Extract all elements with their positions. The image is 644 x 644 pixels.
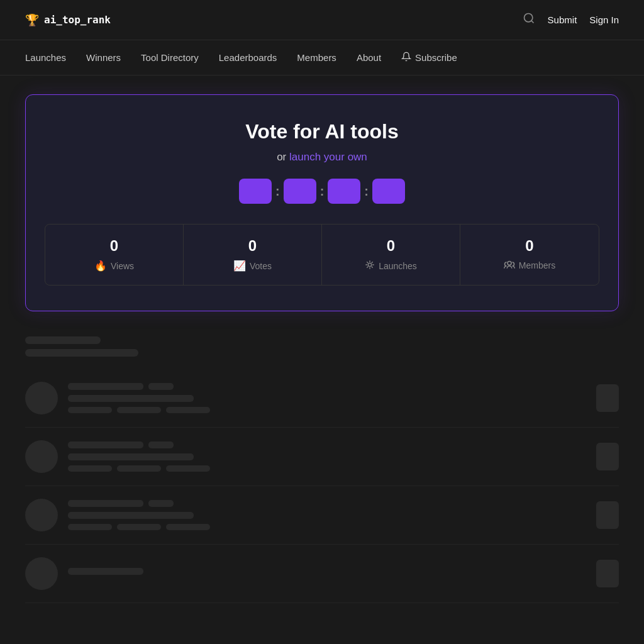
subscribe-label: Subscribe	[415, 52, 457, 63]
logo-text: ai_top_rank	[44, 14, 111, 26]
nav-item-members[interactable]: Members	[297, 52, 336, 63]
hero-card: Vote for AI tools or launch your own : :…	[25, 94, 619, 311]
nav-item-about[interactable]: About	[357, 52, 381, 63]
countdown-minutes	[284, 179, 316, 204]
hero-subtitle: or launch your own	[45, 151, 599, 164]
nav-item-tool-directory[interactable]: Tool Directory	[141, 52, 199, 63]
submit-button[interactable]: Submit	[548, 14, 577, 25]
item-tag-1	[68, 407, 112, 413]
launch-link[interactable]: launch your own	[289, 151, 367, 163]
svg-point-0	[524, 14, 532, 22]
item-avatar	[25, 557, 58, 590]
item-content	[68, 383, 586, 413]
stat-members-number: 0	[470, 237, 589, 255]
header: 🏆 ai_top_rank Submit Sign In	[0, 0, 644, 40]
svg-point-2	[368, 263, 371, 266]
section-header-skeleton	[25, 336, 619, 357]
logo[interactable]: 🏆 ai_top_rank	[25, 13, 111, 27]
skeleton-title-1	[68, 568, 143, 575]
item-tags	[68, 524, 586, 530]
countdown-ms	[372, 179, 405, 204]
item-avatar	[25, 382, 58, 414]
item-vote-button[interactable]	[596, 384, 619, 412]
stat-votes: 0 📈 Votes	[184, 225, 322, 285]
stat-votes-label: 📈 Votes	[194, 260, 311, 272]
item-tag-2	[117, 407, 161, 413]
item-title-skeleton	[68, 568, 586, 575]
signin-button[interactable]: Sign In	[589, 14, 619, 25]
list-item[interactable]	[25, 486, 619, 545]
search-icon[interactable]	[523, 12, 535, 28]
countdown-sep-2: :	[319, 184, 326, 199]
list-item[interactable]	[25, 369, 619, 428]
countdown: : : :	[45, 179, 599, 204]
stat-views-number: 0	[55, 237, 173, 255]
item-title-skeleton	[68, 500, 586, 507]
skeleton-desc	[68, 453, 194, 460]
main-content: Vote for AI tools or launch your own : :…	[0, 75, 644, 622]
fire-icon: 🔥	[94, 260, 107, 272]
item-vote-button[interactable]	[596, 443, 619, 470]
stat-launches-number: 0	[332, 237, 450, 255]
item-avatar	[25, 499, 58, 531]
stat-launches: 0 Launches	[322, 225, 460, 285]
skeleton-line-2	[25, 349, 138, 357]
skeleton-title-1	[68, 383, 143, 390]
item-tag-3	[166, 465, 210, 472]
list-item[interactable]	[25, 428, 619, 486]
item-tags	[68, 407, 586, 413]
rocket-icon	[365, 260, 375, 272]
item-content	[68, 441, 586, 472]
item-avatar	[25, 440, 58, 473]
nav-item-leaderboards[interactable]: Leaderboards	[219, 52, 277, 63]
skeleton-desc	[68, 395, 194, 402]
bell-icon	[401, 52, 411, 64]
skeleton-header	[25, 336, 619, 344]
skeleton-title-2	[148, 441, 174, 448]
nav-item-winners[interactable]: Winners	[86, 52, 121, 63]
skeleton-title-2	[148, 500, 174, 507]
item-content	[68, 500, 586, 530]
list-items	[25, 369, 619, 603]
item-vote-button[interactable]	[596, 501, 619, 529]
header-right: Submit Sign In	[523, 12, 619, 28]
item-tag-3	[166, 524, 210, 530]
skeleton-title-2	[148, 383, 174, 390]
svg-line-1	[531, 21, 533, 23]
stat-members: 0 Members	[460, 225, 599, 285]
item-tags	[68, 465, 586, 472]
skeleton-line-1	[25, 336, 101, 344]
list-item[interactable]	[25, 545, 619, 603]
navigation: Launches Winners Tool Directory Leaderbo…	[0, 40, 644, 75]
hero-title: Vote for AI tools	[45, 120, 599, 143]
item-tag-1	[68, 524, 112, 530]
svg-point-3	[508, 262, 511, 265]
countdown-sep-3: :	[363, 184, 370, 199]
subtitle-prefix: or	[277, 151, 286, 163]
countdown-hours	[239, 179, 272, 204]
nav-item-launches[interactable]: Launches	[25, 52, 66, 63]
stat-launches-label: Launches	[332, 260, 450, 272]
members-icon	[504, 260, 515, 271]
item-vote-button[interactable]	[596, 560, 619, 587]
item-title-skeleton	[68, 441, 586, 448]
item-tag-1	[68, 465, 112, 472]
skeleton-title-1	[68, 441, 143, 448]
item-tag-2	[117, 524, 161, 530]
item-title-skeleton	[68, 383, 586, 390]
stat-views: 0 🔥 Views	[45, 225, 184, 285]
item-tag-3	[166, 407, 210, 413]
skeleton-desc	[68, 512, 194, 519]
stat-members-label: Members	[470, 260, 589, 271]
stat-views-label: 🔥 Views	[55, 260, 173, 272]
skeleton-title-1	[68, 500, 143, 507]
stat-votes-number: 0	[194, 237, 311, 255]
logo-icon: 🏆	[25, 13, 39, 27]
stats-grid: 0 🔥 Views 0 📈 Votes 0	[45, 224, 599, 286]
item-content	[68, 568, 586, 580]
countdown-seconds	[328, 179, 360, 204]
item-tag-2	[117, 465, 161, 472]
countdown-sep-1: :	[274, 184, 281, 199]
trending-icon: 📈	[233, 260, 246, 272]
nav-subscribe[interactable]: Subscribe	[401, 52, 457, 64]
